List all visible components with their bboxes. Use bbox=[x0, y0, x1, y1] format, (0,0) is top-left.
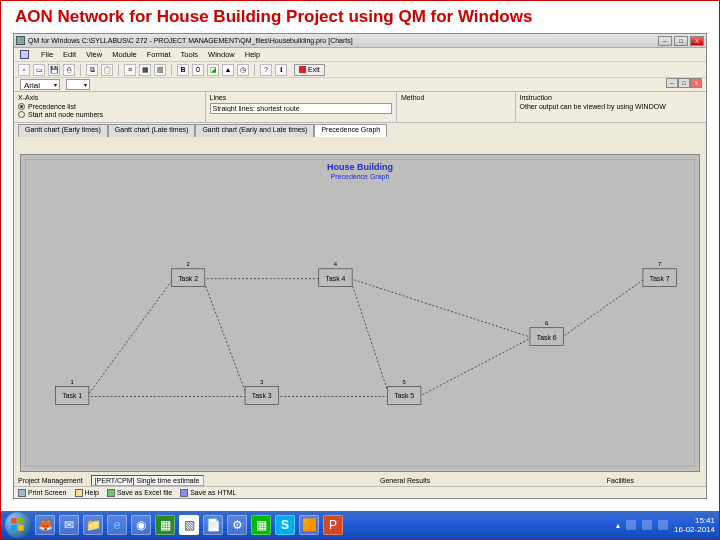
tray-date: 16-02-2014 bbox=[674, 525, 715, 534]
context-help-icon[interactable]: ℹ bbox=[275, 64, 287, 76]
taskbar-app-8[interactable]: 📄 bbox=[203, 515, 223, 535]
status-project: [PERT/CPM] Single time estimate bbox=[91, 475, 204, 486]
printer-icon bbox=[18, 489, 26, 497]
font-size-dropdown[interactable] bbox=[66, 79, 90, 90]
taskbar-app-12[interactable]: 🟧 bbox=[299, 515, 319, 535]
taskbar-app-7[interactable]: ▧ bbox=[179, 515, 199, 535]
print-screen-button[interactable]: Print Screen bbox=[18, 489, 67, 497]
help-small-icon bbox=[75, 489, 83, 497]
close-button[interactable]: X bbox=[690, 36, 704, 46]
svg-text:Task 2: Task 2 bbox=[178, 275, 198, 282]
taskbar-app-2[interactable]: ✉ bbox=[59, 515, 79, 535]
svg-text:6: 6 bbox=[545, 320, 549, 326]
lines-panel: Lines bbox=[206, 92, 398, 122]
shape-icon[interactable]: ▲ bbox=[222, 64, 234, 76]
taskbar-app-5[interactable]: ◉ bbox=[131, 515, 151, 535]
radio-startnode-label: Start and node numbers bbox=[28, 111, 103, 118]
svg-rect-24 bbox=[18, 525, 24, 531]
print-icon[interactable]: ⎙ bbox=[63, 64, 75, 76]
svg-text:3: 3 bbox=[260, 379, 264, 385]
menu-help[interactable]: Help bbox=[245, 50, 260, 59]
menubar: File Edit View Module Format Tools Windo… bbox=[14, 48, 706, 62]
svg-text:2: 2 bbox=[186, 261, 189, 267]
svg-text:1: 1 bbox=[71, 379, 74, 385]
instruction-title: Instruction bbox=[520, 94, 703, 101]
taskbar-app-6[interactable]: ▦ bbox=[155, 515, 175, 535]
doc-window-controls: – □ X bbox=[666, 78, 702, 88]
tab-gantt-both[interactable]: Gantt chart (Early and Late times) bbox=[195, 124, 314, 137]
help-icon[interactable]: ? bbox=[260, 64, 272, 76]
bottom-toolbar: Print Screen Help Save as Excel file Sav… bbox=[14, 486, 706, 498]
system-tray: ▴ 15:41 16-02-2014 bbox=[616, 516, 715, 534]
svg-rect-23 bbox=[11, 525, 17, 531]
save-html-button[interactable]: Save as HTML bbox=[180, 489, 236, 497]
menu-edit[interactable]: Edit bbox=[63, 50, 76, 59]
open-icon[interactable]: ▭ bbox=[33, 64, 45, 76]
align-icon[interactable]: ≡ bbox=[124, 64, 136, 76]
grid-icon[interactable]: ▦ bbox=[139, 64, 151, 76]
font-name-dropdown[interactable]: Arial bbox=[20, 79, 60, 90]
calc-icon[interactable]: ▥ bbox=[154, 64, 166, 76]
menu-tools[interactable]: Tools bbox=[181, 50, 199, 59]
xaxis-title: X-Axis bbox=[18, 94, 201, 101]
tab-gantt-late[interactable]: Gantt chart (Late times) bbox=[108, 124, 196, 137]
instruction-panel: Instruction Other output can be viewed b… bbox=[516, 92, 707, 122]
copy-icon[interactable]: ⧉ bbox=[86, 64, 98, 76]
tray-time: 15:41 bbox=[674, 516, 715, 525]
save-excel-button[interactable]: Save as Excel file bbox=[107, 489, 172, 497]
doc-min-button[interactable]: – bbox=[666, 78, 678, 88]
tray-network-icon[interactable] bbox=[642, 520, 652, 530]
taskbar-app-4[interactable]: e bbox=[107, 515, 127, 535]
stop-icon bbox=[299, 66, 306, 73]
menu-view[interactable]: View bbox=[86, 50, 102, 59]
radio-startnode[interactable] bbox=[18, 111, 25, 118]
menu-window[interactable]: Window bbox=[208, 50, 235, 59]
menu-file[interactable]: File bbox=[41, 50, 53, 59]
tab-precedence[interactable]: Precedence Graph bbox=[314, 124, 387, 137]
start-button[interactable] bbox=[5, 512, 31, 538]
lines-dropdown[interactable] bbox=[210, 103, 393, 114]
help-button[interactable]: Help bbox=[75, 489, 99, 497]
minimize-button[interactable]: – bbox=[658, 36, 672, 46]
app-icon bbox=[16, 36, 25, 45]
menu-module[interactable]: Module bbox=[112, 50, 137, 59]
app-window: QM for Windows C:\SYLLABUS\C 272 - PROJE… bbox=[13, 33, 707, 499]
window-title: QM for Windows C:\SYLLABUS\C 272 - PROJE… bbox=[28, 37, 353, 44]
save-icon[interactable]: 💾 bbox=[48, 64, 60, 76]
taskbar-skype[interactable]: S bbox=[275, 515, 295, 535]
excel-icon bbox=[107, 489, 115, 497]
options-panels: X-Axis Precedence list Start and node nu… bbox=[14, 92, 706, 123]
zero-icon[interactable]: 0 bbox=[192, 64, 204, 76]
menu-format[interactable]: Format bbox=[147, 50, 171, 59]
paste-icon[interactable]: 📋 bbox=[101, 64, 113, 76]
method-title: Method bbox=[401, 94, 511, 101]
chart-green-icon[interactable]: ◪ bbox=[207, 64, 219, 76]
doc-max-button[interactable]: □ bbox=[678, 78, 690, 88]
taskbar-app-1[interactable]: 🦊 bbox=[35, 515, 55, 535]
toolbar: ▫ ▭ 💾 ⎙ ⧉ 📋 ≡ ▦ ▥ B 0 ◪ ▲ ◷ ? ℹ Exit bbox=[14, 62, 706, 78]
taskbar-powerpoint[interactable]: P bbox=[323, 515, 343, 535]
status-facilities-label: Facilities bbox=[607, 477, 634, 484]
radio-precedence[interactable] bbox=[18, 103, 25, 110]
tray-chevron-icon[interactable]: ▴ bbox=[616, 521, 620, 530]
svg-text:7: 7 bbox=[658, 261, 661, 267]
svg-rect-21 bbox=[11, 518, 17, 524]
chart-canvas: House Building Precedence Graph 1 Task 1 bbox=[20, 154, 700, 472]
maximize-button[interactable]: □ bbox=[674, 36, 688, 46]
clock-icon[interactable]: ◷ bbox=[237, 64, 249, 76]
doc-close-button[interactable]: X bbox=[690, 78, 702, 88]
svg-text:Task 5: Task 5 bbox=[394, 392, 414, 399]
method-panel: Method bbox=[397, 92, 516, 122]
tab-gantt-early[interactable]: Gantt chart (Early times) bbox=[18, 124, 108, 137]
tray-volume-icon[interactable] bbox=[658, 520, 668, 530]
taskbar-app-10[interactable]: ▦ bbox=[251, 515, 271, 535]
taskbar-app-9[interactable]: ⚙ bbox=[227, 515, 247, 535]
exit-button[interactable]: Exit bbox=[294, 64, 325, 76]
status-category-label: Project Management bbox=[18, 477, 83, 484]
svg-text:Task 4: Task 4 bbox=[326, 275, 346, 282]
new-icon[interactable]: ▫ bbox=[18, 64, 30, 76]
bold-icon[interactable]: B bbox=[177, 64, 189, 76]
taskbar-app-3[interactable]: 📁 bbox=[83, 515, 103, 535]
tray-icon-1[interactable] bbox=[626, 520, 636, 530]
svg-text:Task 6: Task 6 bbox=[537, 334, 557, 341]
